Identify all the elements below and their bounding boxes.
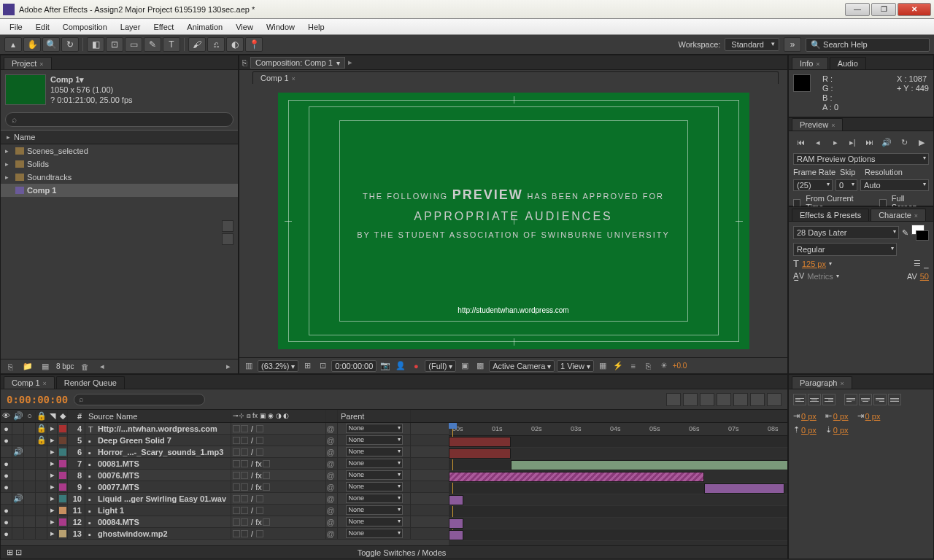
- motion-blur-icon[interactable]: [717, 393, 731, 406]
- text-color-swatch[interactable]: [911, 225, 929, 241]
- flowchart-icon[interactable]: [222, 220, 234, 232]
- help-search-input[interactable]: 🔍 Search Help: [806, 38, 930, 52]
- indent-left-value[interactable]: 0 px: [801, 412, 817, 421]
- col-lock-icon[interactable]: 🔒: [36, 411, 47, 421]
- trash-icon[interactable]: 🗑: [78, 361, 91, 373]
- tab-character[interactable]: Characte×: [871, 209, 926, 221]
- zoom-tool-icon[interactable]: 🔍: [42, 37, 60, 52]
- layer-row[interactable]: ●▸8▪00076.MTS / fx@None: [1, 470, 449, 481]
- timecode-icon[interactable]: ⊡: [316, 360, 329, 372]
- menu-window[interactable]: Window: [260, 23, 301, 31]
- maximize-button[interactable]: ❐: [871, 3, 896, 16]
- workspace-select[interactable]: Standard: [725, 38, 779, 51]
- track-row[interactable]: [449, 459, 787, 471]
- auto-keyframe-icon[interactable]: [750, 393, 765, 406]
- hand-tool-icon[interactable]: ✋: [23, 37, 41, 52]
- timeline-search-input[interactable]: ⌕: [74, 394, 205, 405]
- workspace-chevron-icon[interactable]: »: [784, 37, 801, 52]
- menu-file[interactable]: File: [3, 23, 29, 31]
- toggle-switches-button[interactable]: Toggle Switches / Modes: [358, 548, 447, 557]
- pen-tool-icon[interactable]: ✎: [144, 37, 161, 52]
- project-item-comp[interactable]: Comp 1: [1, 184, 238, 197]
- project-item-folder[interactable]: ▸Scenes_selected: [1, 144, 238, 158]
- quality-dropdown[interactable]: (Full) ▾: [425, 360, 456, 372]
- layer-row[interactable]: ●🔒▸5▪Deep Green Solid 7 / @None: [1, 435, 449, 446]
- draft3d-icon[interactable]: [666, 393, 681, 406]
- chevron-down-icon[interactable]: ▾: [829, 260, 832, 267]
- loop-icon[interactable]: ↻: [897, 136, 912, 149]
- eraser-tool-icon[interactable]: ◐: [226, 37, 244, 52]
- track-row[interactable]: [449, 483, 787, 494]
- next-frame-icon[interactable]: ▸|: [845, 136, 860, 149]
- graph-editor-icon[interactable]: [767, 393, 781, 406]
- pixel-aspect-icon[interactable]: ▦: [596, 360, 609, 372]
- space-before-value[interactable]: 0 px: [801, 426, 817, 435]
- menu-layer[interactable]: Layer: [114, 23, 147, 31]
- viewer-time[interactable]: 0:00:00:00: [331, 360, 377, 372]
- frame-blend-icon[interactable]: [700, 393, 714, 406]
- play-icon[interactable]: ▸: [827, 136, 843, 149]
- ram-preview-dropdown[interactable]: RAM Preview Options: [793, 153, 929, 165]
- col-number[interactable]: #: [68, 410, 85, 422]
- menu-effect[interactable]: Effect: [147, 23, 180, 31]
- chevron-right-icon[interactable]: ▸: [348, 58, 352, 67]
- comp-flowchart-icon[interactable]: ⎘: [642, 360, 655, 372]
- flowchart-nav-icon[interactable]: ⎘: [242, 58, 247, 67]
- puppet-tool-icon[interactable]: 📍: [245, 37, 263, 52]
- indent-right-value[interactable]: 0 px: [865, 412, 881, 421]
- align-center-icon[interactable]: [808, 394, 821, 405]
- tab-paragraph[interactable]: Paragraph×: [792, 376, 852, 389]
- camera-tool-icon[interactable]: ◧: [87, 37, 104, 52]
- close-button[interactable]: ✕: [898, 3, 931, 16]
- track-row[interactable]: [449, 518, 787, 529]
- first-frame-icon[interactable]: ⏮: [793, 136, 808, 149]
- channel-icon[interactable]: ●: [409, 360, 422, 372]
- clone-tool-icon[interactable]: ⎌: [207, 37, 225, 52]
- toggle-switches-icon[interactable]: ⊞ ⊡: [7, 548, 22, 557]
- col-label-color[interactable]: ◆: [58, 410, 68, 422]
- from-current-checkbox[interactable]: [793, 199, 800, 207]
- layer-row[interactable]: ●▸13▪ghostwindow.mp2 / @None: [1, 528, 449, 540]
- brush-tool-icon[interactable]: 🖌: [188, 37, 206, 52]
- next-icon[interactable]: ▸: [222, 361, 235, 373]
- layer-row[interactable]: 🔊▸6▪Horror_...-_Scary_sounds_1.mp3 / @No…: [1, 446, 449, 458]
- justify-left-icon[interactable]: [844, 394, 857, 405]
- fullscreen-checkbox[interactable]: [879, 199, 887, 207]
- justify-right-icon[interactable]: [873, 394, 887, 405]
- layer-row[interactable]: ●▸11▪Light 1 / @None: [1, 505, 449, 516]
- camera-dropdown[interactable]: Active Camera ▾: [489, 360, 555, 372]
- menu-edit[interactable]: Edit: [29, 23, 56, 31]
- comp-tab[interactable]: Comp 1×: [252, 71, 779, 84]
- comp-name[interactable]: Comp 1▾: [50, 74, 133, 85]
- composition-viewer[interactable]: THE FOLLOWING PREVIEW HAS BEEN APPROVED …: [239, 85, 787, 357]
- track-row[interactable]: [449, 494, 787, 506]
- prev-icon[interactable]: ◂: [96, 361, 109, 373]
- show-snapshot-icon[interactable]: 👤: [394, 360, 407, 372]
- hide-shy-icon[interactable]: [683, 393, 698, 406]
- layer-row[interactable]: ●▸9▪00077.MTS / fx@None: [1, 481, 449, 493]
- skip-select[interactable]: 0: [835, 179, 857, 191]
- tab-effects[interactable]: Effects & Presets: [792, 209, 869, 221]
- composition-dropdown[interactable]: Composition: Comp 1 ▾: [250, 57, 345, 69]
- snapshot-icon[interactable]: 📷: [379, 360, 392, 372]
- tab-project[interactable]: Project×: [4, 57, 52, 69]
- zoom-dropdown[interactable]: (63.2%) ▾: [258, 360, 298, 372]
- track-row[interactable]: [449, 529, 787, 541]
- tab-audio[interactable]: Audio: [830, 57, 866, 69]
- rotate-tool-icon[interactable]: ↻: [61, 37, 79, 52]
- justify-all-icon[interactable]: [888, 394, 901, 405]
- chevron-down-icon[interactable]: ▾: [836, 273, 839, 279]
- reset-exposure-icon[interactable]: ☀: [657, 360, 671, 372]
- indent-first-value[interactable]: 0 px: [833, 412, 849, 421]
- track-row[interactable]: [449, 471, 787, 483]
- fast-preview-icon[interactable]: ⚡: [611, 360, 625, 372]
- track-row[interactable]: [449, 506, 787, 518]
- last-frame-icon[interactable]: ⏭: [862, 136, 878, 149]
- always-preview-icon[interactable]: ▥: [242, 360, 255, 372]
- folder-button-icon[interactable]: 📁: [21, 361, 34, 373]
- align-right-icon[interactable]: [822, 394, 835, 405]
- ram-preview-icon[interactable]: ▶: [914, 136, 929, 149]
- layer-row[interactable]: ●🔒▸4THttp://...ntwhan.wordpress.com / @N…: [1, 423, 449, 435]
- tab-info[interactable]: Info×: [792, 57, 828, 69]
- eyedropper-icon[interactable]: ✎: [902, 228, 908, 238]
